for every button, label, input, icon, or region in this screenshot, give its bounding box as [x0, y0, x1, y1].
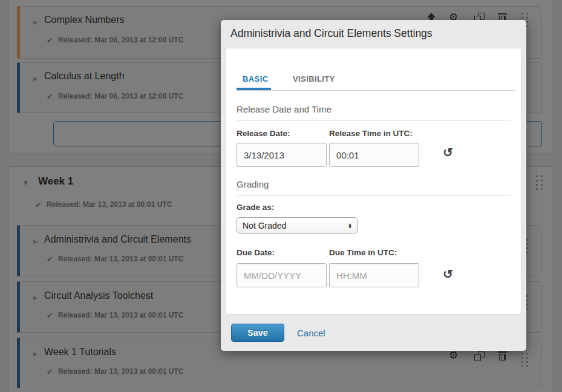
- grade-as-label: Grade as:: [237, 203, 274, 212]
- cancel-link[interactable]: Cancel: [297, 328, 325, 338]
- grade-select[interactable]: Not Graded ▲▼: [237, 217, 358, 234]
- due-time-input[interactable]: [329, 263, 419, 287]
- modal-content-panel: BASIC VISIBILITY Release Date and Time R…: [226, 48, 521, 315]
- release-date-label: Release Date:: [237, 129, 290, 138]
- select-arrows-icon: ▲▼: [348, 223, 352, 229]
- modal-title: Administrivia and Circuit Elements Setti…: [230, 27, 433, 40]
- due-date-label: Due Date:: [237, 248, 275, 257]
- release-time-input[interactable]: [329, 143, 419, 167]
- section-divider: [237, 120, 511, 121]
- screen: ▶ Complex Numbers ✔ Released: Mar 06, 20…: [0, 0, 562, 392]
- settings-modal: Administrivia and Circuit Elements Setti…: [221, 20, 526, 351]
- tab-basic[interactable]: BASIC: [243, 74, 268, 83]
- release-section-heading: Release Date and Time: [237, 104, 332, 114]
- reset-release-icon[interactable]: ↺: [443, 146, 453, 158]
- due-date-input[interactable]: [237, 263, 327, 287]
- tab-divider: [237, 90, 515, 91]
- grading-section-heading: Grading: [237, 179, 269, 189]
- release-date-input[interactable]: [237, 143, 327, 167]
- grade-select-value: Not Graded: [243, 221, 348, 230]
- due-time-label: Due Time in UTC:: [329, 248, 397, 257]
- reset-due-icon[interactable]: ↺: [443, 268, 453, 280]
- section-divider: [237, 195, 511, 196]
- tab-visibility[interactable]: VISIBILITY: [293, 74, 335, 83]
- save-button[interactable]: Save: [231, 324, 284, 342]
- release-time-label: Release Time in UTC:: [329, 129, 413, 138]
